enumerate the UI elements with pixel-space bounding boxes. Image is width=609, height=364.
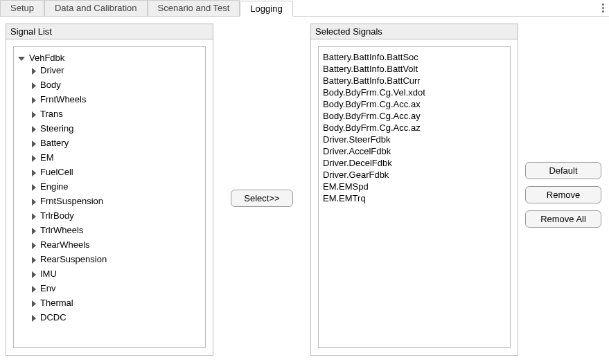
selected-signals-box: Battery.BattInfo.BattSocBattery.BattInfo… [318,46,511,348]
tree-node-label: EM [40,152,54,163]
tree-node-label: Thermal [40,298,73,308]
caret-right-icon [32,242,36,249]
caret-right-icon [32,126,36,133]
tree-node-label: RearSuspension [40,254,107,264]
tree-node-label: FuelCell [40,167,73,177]
tab-scenario-test[interactable]: Scenario and Test [148,0,240,16]
tab-bar: Setup Data and Calibration Scenario and … [0,0,609,17]
tree-node-label: Driver [40,65,64,75]
tree-node[interactable]: Thermal [32,295,201,310]
selected-signal-item[interactable]: Battery.BattInfo.BattCurr [323,75,506,87]
tree-node[interactable]: IMU [32,266,201,281]
tree-root-node[interactable]: VehFdbk DriverBodyFrntWheelsTransSteerin… [18,51,201,326]
remove-all-button[interactable]: Remove All [525,210,601,228]
tree-node[interactable]: RearSuspension [32,252,201,266]
tree-node-label: TrlrWheels [40,225,83,235]
selected-signals-title: Selected Signals [311,24,518,39]
tab-data-calibration[interactable]: Data and Calibration [44,0,148,16]
caret-right-icon [32,213,36,220]
tree-node-label: Steering [40,123,73,134]
caret-right-icon [32,315,36,322]
signal-list-panel: Signal List VehFdbk DriverBodyFrntWheels… [6,24,213,356]
caret-right-icon [32,170,36,176]
tree-node[interactable]: Driver [32,63,201,78]
selected-signal-item[interactable]: Body.BdyFrm.Cg.Acc.ax [323,98,506,110]
tree-node-label: RearWheels [40,239,90,250]
remove-button[interactable]: Remove [525,186,601,203]
selected-signal-item[interactable]: Body.BdyFrm.Cg.Acc.ay [323,110,506,122]
tree-node-label: Battery [40,138,69,148]
tree-node-label: Trans [40,109,63,119]
selected-signal-item[interactable]: Body.BdyFrm.Cg.Vel.xdot [323,87,506,98]
signal-list-title: Signal List [6,24,213,39]
caret-right-icon [32,300,36,307]
tree-node-label: IMU [40,269,57,279]
tree-node[interactable]: FuelCell [32,165,201,179]
caret-right-icon [32,68,36,75]
caret-right-icon [32,228,36,235]
caret-right-icon [32,257,36,264]
more-menu-icon[interactable] [597,0,609,16]
caret-right-icon [32,286,36,293]
tree-node-label: FrntWheels [40,94,86,104]
selected-signal-item[interactable]: Driver.SteerFdbk [323,134,506,145]
tree-node[interactable]: Env [32,281,201,295]
default-button[interactable]: Default [525,162,601,179]
caret-right-icon [32,199,36,206]
tree-node[interactable]: Trans [32,107,201,121]
selected-signal-item[interactable]: Body.BdyFrm.Cg.Acc.az [323,122,506,134]
tree-node[interactable]: RearWheels [32,237,201,252]
tree-node[interactable]: Steering [32,121,201,136]
selected-signal-item[interactable]: Driver.GearFdbk [323,169,506,181]
tree-node-label: TrlrBody [40,210,74,221]
caret-right-icon [32,271,36,278]
tree-node-label: Body [40,80,61,90]
signal-list-box: VehFdbk DriverBodyFrntWheelsTransSteerin… [13,46,206,348]
selected-signal-item[interactable]: EM.EMSpd [323,181,506,192]
tree-node[interactable]: EM [32,150,201,165]
tree-node[interactable]: Body [32,78,201,92]
caret-right-icon [32,111,36,118]
tab-setup[interactable]: Setup [0,0,44,16]
tree-node[interactable]: TrlrWheels [32,223,201,237]
selected-signal-item[interactable]: EM.EMTrq [323,192,506,204]
tree-node-label: Engine [40,181,68,192]
tree-node-label: Env [40,283,55,293]
tree-node[interactable]: FrntWheels [32,92,201,107]
caret-right-icon [32,82,36,89]
caret-right-icon [32,184,36,191]
tree-node[interactable]: Engine [32,179,201,194]
tree-node-label: DCDC [40,312,67,322]
caret-right-icon [32,155,36,162]
selected-signal-item[interactable]: Battery.BattInfo.BattSoc [323,51,506,63]
caret-down-icon [18,57,25,61]
select-button[interactable]: Select>> [231,190,293,207]
tree-node-label: FrntSuspension [40,196,103,206]
selected-signal-item[interactable]: Driver.DecelFdbk [323,157,506,169]
tree-root-label: VehFdbk [29,53,64,63]
caret-right-icon [32,97,36,104]
selected-signal-item[interactable]: Battery.BattInfo.BattVolt [323,63,506,75]
tab-logging[interactable]: Logging [240,1,292,17]
tree-node[interactable]: DCDC [32,310,201,325]
tree-node[interactable]: TrlrBody [32,208,201,223]
caret-right-icon [32,140,36,147]
selected-signals-panel: Selected Signals Battery.BattInfo.BattSo… [310,24,518,356]
selected-signal-item[interactable]: Driver.AccelFdbk [323,145,506,157]
tree-node[interactable]: FrntSuspension [32,194,201,208]
tree-node[interactable]: Battery [32,136,201,150]
